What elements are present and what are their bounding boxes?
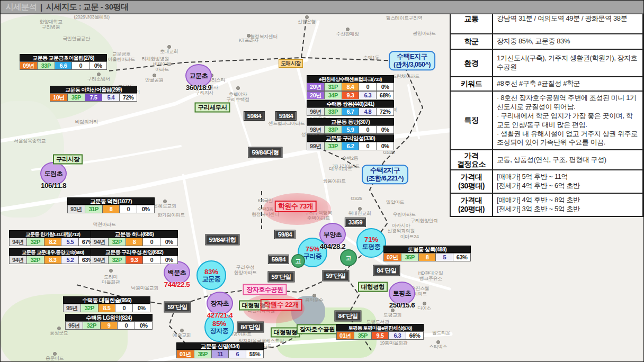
cell-sale-price: 9.3 <box>126 256 144 264</box>
cell-jeonse-ratio: 72% <box>377 107 394 116</box>
map-label: 힐스테이트구리역 <box>386 15 423 21</box>
unit-mix-box: 84˝단일 <box>373 266 399 276</box>
map-label: 이마트24 <box>400 234 418 239</box>
info-table-header: 환경 <box>451 50 493 76</box>
area-label: 장자호수공원 <box>297 324 338 334</box>
cell-jeonse-price: 6.3 <box>389 331 406 340</box>
info-table-value: 장자중 85%, 교문중 83% <box>493 34 642 49</box>
district-boundary-dashed-line <box>301 20 306 58</box>
cell-jeonse-price: 5.4 <box>102 93 120 102</box>
map-label: 구리소방서 <box>87 76 110 82</box>
apartment-name: 교문동 덕현(1077) <box>67 197 155 205</box>
cell-build-year: 99년 <box>307 142 325 150</box>
cell-sale-price: 8 <box>419 253 436 261</box>
apartment-data-row: 10년35P7.55.472% <box>50 93 137 102</box>
apartment-data-row: 98년33P5.900% <box>307 125 394 134</box>
apartment-label: 교문동 아차산어울림(299)10년35P7.55.472% <box>50 86 137 102</box>
cell-jeonse-ratio: 0% <box>160 256 178 264</box>
apartment-label: 교문동 하나(686)94년32P800% <box>91 230 178 246</box>
cell-jeonse-ratio: 0% <box>160 238 178 246</box>
info-table-value: 교통, 상품성(연식, 구조, 평형대 구성) <box>493 150 642 169</box>
map-label: 위대한교회 <box>348 211 371 216</box>
map-label: 뜨란채아파트 <box>392 74 419 79</box>
elementary-school-name: 부양초 <box>324 230 342 239</box>
poi-icon <box>236 86 240 90</box>
apartment-data-row: 20년31P8.400% <box>307 83 394 91</box>
unit-mix-box: 59˝단일 <box>323 271 348 281</box>
apartment-label: 교문동 동방(307)98년33P5.900% <box>307 118 394 134</box>
apartment-data-row: 94년32P9.300% <box>91 256 178 264</box>
map-label: 호텔야자 구리수택점 <box>226 92 249 103</box>
map-label: HD현대오일 뱅크주유소 <box>418 270 443 282</box>
info-table: 교통강남역 31분 / 여의도역 49분 / 광화문역 38분학군장자중 85%… <box>450 3 643 217</box>
map-label: 교문금호 어울림아파트 <box>108 51 135 62</box>
cell-jeonse-price: 0 <box>120 205 137 213</box>
middle-school-marker: 71%토평중 <box>356 228 386 258</box>
cell-build-year: 94년 <box>91 256 109 264</box>
cell-jeonse-ratio: 68% <box>377 91 394 99</box>
cell-pyeong: 33P <box>325 125 342 134</box>
middle-school-name: 구리중 <box>303 253 322 260</box>
cell-jeonse-ratio: 0% <box>133 304 150 312</box>
cell-sale-price: 8.5 <box>99 304 116 312</box>
middle-school-achievement-pct: 71% <box>364 236 378 243</box>
cell-pyeong: 34P <box>325 91 342 99</box>
apartment-label: 교문동 교문대우.동양고속(680)94년32P8.35.263% <box>9 248 96 264</box>
cell-jeonse-ratio: 0% <box>135 321 153 330</box>
cell-jeonse-price: 5 <box>436 253 453 261</box>
info-table-row: 학군장자중 85%, 교문중 83% <box>451 33 642 49</box>
middle-school-marker: 83%교문중 <box>196 260 226 290</box>
apartment-name: 교문동 교문금호어울림(276) <box>20 54 107 61</box>
apartment-data-row: 20년34P9.36.368% <box>307 91 394 99</box>
area-label: 대형평형 <box>358 282 388 292</box>
cell-jeonse-price: 6.3 <box>359 91 377 99</box>
map-label: 국민연금공단 <box>62 36 90 41</box>
apartment-label: 토평동 상록(488)02년35P8563% <box>383 246 471 261</box>
map-label: 19통마을회관 <box>380 340 407 346</box>
info-table-row: 가격대 (30평대)[매매가] 5억 후반 ~ 11억 [전세가] 4억 후반 … <box>451 169 642 193</box>
elementary-school-name: 장자초 <box>211 299 229 308</box>
map-label: 수택1동 <box>363 55 379 60</box>
cell-build-year: 20년 <box>307 91 325 99</box>
cell-sale-price: 8 <box>103 205 120 213</box>
map-label: 음악분수 <box>305 297 323 303</box>
apartment-data-row: 93년31P800% <box>67 205 155 213</box>
apartment-name: e편한세상수택센트럴파크(733) <box>307 75 394 83</box>
middle-school-name: 토평중 <box>362 243 381 250</box>
area-label: 장자호수공원 <box>243 284 287 295</box>
middle-school-achievement-pct: 75% <box>306 246 319 253</box>
cell-pyeong: 32P <box>83 321 101 330</box>
cell-sale-price: 6.7 <box>342 107 360 116</box>
cell-jeonse-price: 6 <box>229 350 246 358</box>
cell-sale-price: 9.3 <box>342 91 360 99</box>
cell-build-year: 01년 <box>337 331 354 340</box>
zone-name: 수택E지구 <box>393 53 431 61</box>
cell-jeonse-price: 0 <box>359 142 377 150</box>
apartment-data-row: 01년35P9.56.366% <box>336 331 424 340</box>
apartment-name: 수택동 LG원앙(824) <box>65 314 153 321</box>
cell-pyeong: 35P <box>401 253 419 261</box>
apartment-name: 토평동 상록(488) <box>383 246 471 253</box>
apartment-label: 교문동 교문금호어울림(276)09년33P6.600% <box>20 54 107 70</box>
map-label: 한가람아파트 <box>157 212 185 218</box>
unit-mix-box: 59˝단일 <box>268 272 294 282</box>
cell-jeonse-ratio: 63% <box>453 253 471 261</box>
apartment-label: 수택동 대림한숲(956)95년32P8.500% <box>63 296 150 312</box>
map-label: 센트럴파크아파트 <box>269 121 305 126</box>
apartment-name: 수택동 대림한숲(956) <box>63 296 150 304</box>
apartment-name: 교문동 하나(686) <box>91 230 178 238</box>
map-label: 우림아파트 <box>392 212 415 217</box>
info-table-value: [매매가] 4억 후반 ~ 8억 초반 [전세가] 3억 초반 ~ 5억 초반 <box>493 194 642 216</box>
cell-jeonse-price: 0 <box>359 83 377 91</box>
map-label: GS25 <box>383 150 394 155</box>
unit-mix-box: 59/84 <box>269 255 289 264</box>
page-title: 시세지도 : 교문 - 30평대 <box>46 2 128 12</box>
map-label: 안골공원 <box>145 77 163 83</box>
middle-school-name: 장자중 <box>210 328 229 334</box>
cell-jeonse-price: 5.2 <box>61 256 79 264</box>
apartment-data-row: 96년33P6.74.872% <box>307 107 394 116</box>
map-label: 덕현아파트 <box>93 222 115 227</box>
cell-pyeong: 35P <box>68 93 85 102</box>
apartment-data-row: 02년35P8563% <box>383 253 471 261</box>
info-table-value: [매매가] 5억 후반 ~ 11억 [전세가] 4억 후반 ~ 6억 초반 <box>493 170 642 193</box>
